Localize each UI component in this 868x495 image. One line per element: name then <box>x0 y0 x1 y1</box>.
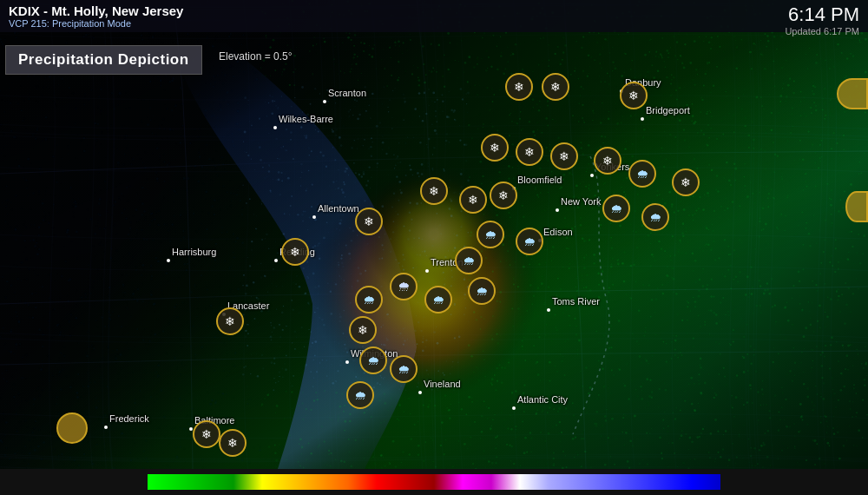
edge-sun-icon-left <box>56 412 88 444</box>
edge-sun-icon-right2 <box>845 191 868 222</box>
time-main: 6:14 PM <box>785 3 859 26</box>
station-title: KDIX - Mt. Holly, New Jersey <box>9 3 859 18</box>
header-bar: KDIX - Mt. Holly, New Jersey VCP 215: Pr… <box>0 0 868 32</box>
time-updated: Updated 6:17 PM <box>785 26 859 36</box>
time-display: 6:14 PM Updated 6:17 PM <box>785 3 859 36</box>
precip-label: Precipitation Depiction <box>18 51 189 69</box>
elevation-label: Elevation = 0.5° <box>219 50 293 63</box>
edge-sun-icon-right <box>837 78 868 109</box>
color-bar-container <box>0 469 868 495</box>
color-bar <box>148 474 720 490</box>
precip-depiction-box: Precipitation Depiction <box>5 45 202 75</box>
vcp-subtitle: VCP 215: Precipitation Mode <box>9 18 859 29</box>
